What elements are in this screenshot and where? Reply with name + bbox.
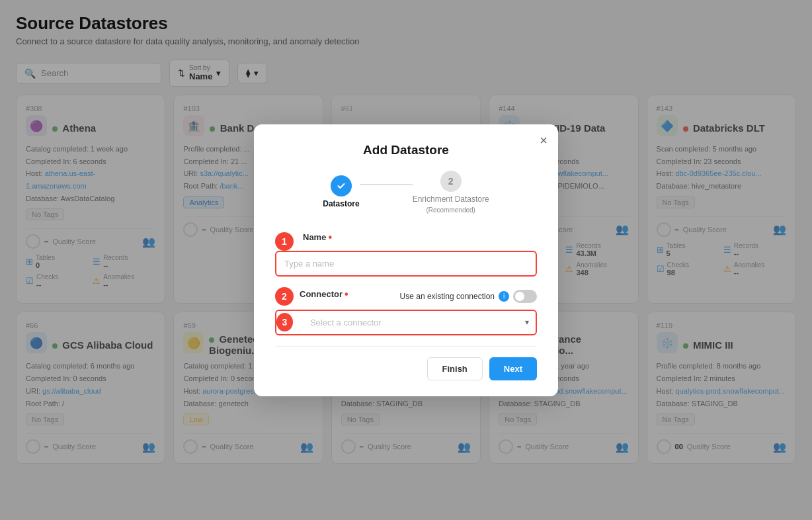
step-2-circle: 2 <box>440 171 462 192</box>
connector-select-wrap: 3 Select a connector ▾ <box>275 310 537 335</box>
step-2-enrichment: 2 Enrichment Datastore (Recommended) <box>413 171 489 214</box>
toggle-thumb <box>515 292 524 301</box>
step-1-label: Datastore <box>323 199 359 208</box>
connector-form-group: 2 Connector • Use an existing connection… <box>275 287 537 335</box>
connector-select[interactable]: Select a connector <box>302 311 536 334</box>
existing-conn-label: Use an existing connection <box>400 292 495 301</box>
info-icon: i <box>499 291 509 302</box>
step-1-check-icon <box>337 181 346 191</box>
connector-label: Connector • <box>300 289 348 300</box>
step-connector <box>360 184 413 185</box>
name-label: Name • <box>303 232 332 243</box>
modal-divider <box>275 346 537 347</box>
connector-label-row: 2 Connector • Use an existing connection… <box>275 287 537 306</box>
connector-label-wrap: 2 Connector • <box>275 287 348 306</box>
step-1-circle <box>331 175 352 196</box>
name-form-group: 1 Name • <box>275 232 537 277</box>
modal-close-button[interactable]: × <box>540 134 548 147</box>
badge-2: 2 <box>275 287 294 306</box>
required-indicator: • <box>328 232 332 243</box>
badge-1: 1 <box>275 232 294 251</box>
next-button[interactable]: Next <box>489 357 537 380</box>
step-1-datastore: Datastore <box>323 175 359 208</box>
existing-conn-toggle[interactable] <box>513 290 537 303</box>
modal-footer: Finish Next <box>275 357 537 380</box>
name-label-row: 1 Name • <box>275 232 537 251</box>
badge-3: 3 <box>276 313 293 331</box>
step-2-label: Enrichment Datastore <box>413 195 489 204</box>
name-input[interactable] <box>275 251 537 277</box>
modal-title: Add Datastore <box>275 143 537 157</box>
add-datastore-modal: × Add Datastore Datastore 2 Enrichment D… <box>254 124 558 396</box>
select-badge-row: 3 Select a connector <box>276 311 536 334</box>
modal-overlay: × Add Datastore Datastore 2 Enrichment D… <box>0 0 812 520</box>
modal-stepper: Datastore 2 Enrichment Datastore (Recomm… <box>275 171 537 214</box>
finish-button[interactable]: Finish <box>427 357 483 380</box>
required-indicator-connector: • <box>345 289 348 300</box>
step-2-sublabel: (Recommended) <box>426 206 475 214</box>
existing-connection-wrap: Use an existing connection i <box>400 290 537 303</box>
